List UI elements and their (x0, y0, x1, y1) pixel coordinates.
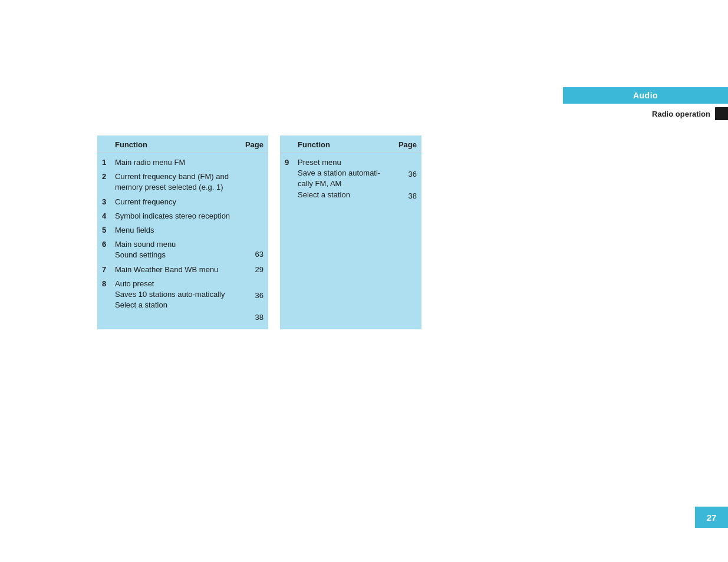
right-table: Function Page 9 Preset menuSave a statio… (280, 135, 421, 329)
row-page (240, 171, 263, 172)
table-row: 9 Preset menuSave a station automati-cal… (285, 156, 417, 203)
row-page (240, 157, 263, 158)
row-num: 7 (102, 265, 115, 274)
row-page (240, 197, 263, 197)
row-function: Main Weather Band WB menu (115, 265, 240, 275)
left-table-header: Function Page (97, 135, 268, 153)
table-row: 5 Menu fields (102, 223, 263, 237)
row-function: Preset menuSave a station automati-cally… (298, 157, 393, 200)
row-page: 29 (240, 265, 263, 274)
row-page: 36 38 (240, 279, 263, 323)
row-function: Current frequency band (FM) and memory p… (115, 171, 240, 193)
table-row: 7 Main Weather Band WB menu 29 (102, 263, 263, 277)
right-table-header: Function Page (280, 135, 421, 153)
left-header-num (102, 140, 115, 149)
radio-operation-block (715, 107, 728, 120)
row-num: 8 (102, 279, 115, 288)
table-row: 3 Current frequency (102, 195, 263, 209)
row-num: 1 (102, 157, 115, 167)
left-header-function: Function (115, 140, 240, 149)
row-page (240, 225, 263, 226)
row-num: 4 (102, 211, 115, 220)
right-header-num (285, 140, 298, 149)
row-function: Symbol indicates stereo reception (115, 211, 240, 222)
page-number: 27 (695, 507, 728, 528)
row-num: 6 (102, 239, 115, 249)
header-bar: Audio Radio operation (563, 87, 728, 123)
row-page: 36 38 (393, 157, 417, 201)
table-separator (268, 135, 274, 329)
audio-title: Audio (563, 87, 728, 104)
row-function: Main sound menuSound settings (115, 239, 240, 260)
left-header-page: Page (240, 140, 263, 149)
row-page: 63 (240, 239, 263, 259)
table-row: 1 Main radio menu FM (102, 156, 263, 170)
table-row: 6 Main sound menuSound settings 63 (102, 237, 263, 262)
row-function: Main radio menu FM (115, 157, 240, 168)
left-table-body: 1 Main radio menu FM 2 Current frequency… (97, 153, 268, 329)
left-table: Function Page 1 Main radio menu FM 2 Cur… (97, 135, 268, 329)
right-header-page: Page (393, 140, 417, 149)
row-function: Current frequency (115, 197, 240, 207)
table-row: 8 Auto presetSaves 10 stations auto-mati… (102, 277, 263, 325)
row-num: 3 (102, 197, 115, 206)
right-header-function: Function (298, 140, 393, 149)
row-num: 9 (285, 157, 298, 167)
row-function: Menu fields (115, 225, 240, 236)
table-row: 2 Current frequency band (FM) and memory… (102, 170, 263, 194)
row-num: 2 (102, 171, 115, 181)
row-function: Auto presetSaves 10 stations auto-matica… (115, 279, 240, 311)
row-page (240, 211, 263, 211)
table-row: 4 Symbol indicates stereo reception (102, 209, 263, 223)
radio-operation-label: Radio operation (652, 110, 710, 118)
right-table-body: 9 Preset menuSave a station automati-cal… (280, 153, 421, 208)
row-num: 5 (102, 225, 115, 234)
main-content: Function Page 1 Main radio menu FM 2 Cur… (97, 135, 421, 329)
radio-operation-bar: Radio operation (563, 105, 728, 123)
